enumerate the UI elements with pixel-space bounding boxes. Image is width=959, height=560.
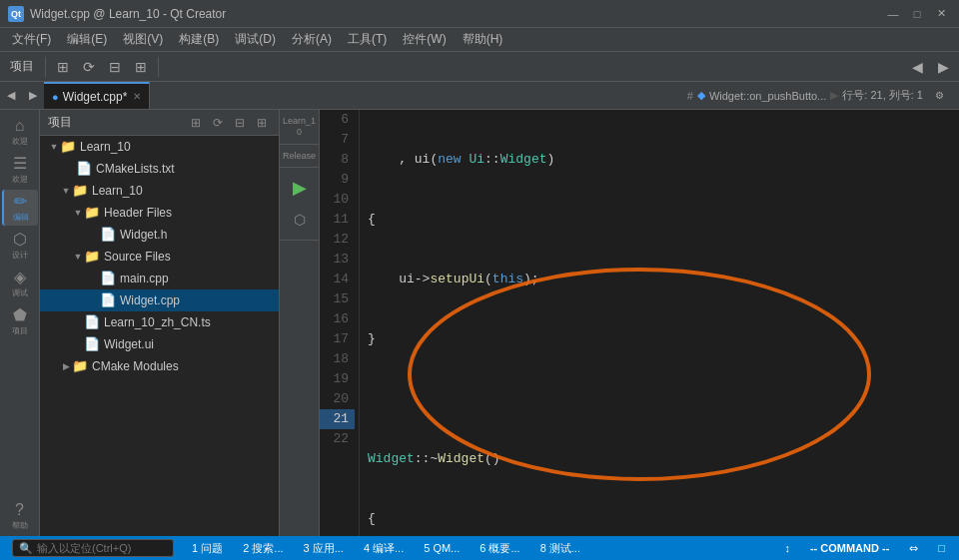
menu-tools[interactable]: 工具(T)	[340, 29, 395, 50]
filetree-collapse-btn[interactable]: ⊟	[231, 114, 249, 132]
tree-arrow-learn10sub: ▼	[60, 186, 72, 196]
filetree-header: 项目 ⊞ ⟳ ⊟ ⊞	[40, 110, 279, 136]
expand-button[interactable]: ⊞	[129, 55, 153, 79]
tree-node-learn10-sub[interactable]: ▼ 📁 Learn_10	[40, 180, 279, 202]
tab-widget-cpp[interactable]: ● Widget.cpp* ✕	[44, 82, 150, 109]
ln-13: 13	[320, 250, 355, 270]
status-arrows[interactable]: ↕	[778, 536, 796, 560]
code-line-8: ui->setupUi(this);	[368, 270, 959, 289]
tree-arrow-learn10: ▼	[48, 142, 60, 152]
tree-node-main-cpp[interactable]: 📄 main.cpp	[40, 268, 279, 289]
folder-icon-learn10: 📁	[60, 139, 76, 155]
sync-button[interactable]: ⟳	[77, 55, 101, 79]
menu-view[interactable]: 视图(V)	[115, 29, 171, 50]
menu-file[interactable]: 文件(F)	[4, 29, 59, 50]
welcome2-label: 欢迎	[12, 174, 28, 185]
close-button[interactable]: ✕	[931, 4, 951, 24]
status-overview[interactable]: 6 概要...	[474, 536, 525, 560]
welcome-icon: ⌂	[15, 118, 25, 134]
sidebar-item-welcome[interactable]: ⌂ 欢迎	[2, 114, 38, 150]
debug-label: 调试	[12, 287, 28, 298]
toolbar: 项目 ⊞ ⟳ ⊟ ⊞ ◀ ▶	[0, 52, 959, 82]
tree-node-widget-ui[interactable]: 📄 Widget.ui	[40, 333, 279, 355]
ln-15: 15	[320, 289, 355, 309]
sidebar-item-edit[interactable]: ✏ 编辑	[2, 190, 38, 226]
filetree-add-btn[interactable]: ⊞	[253, 114, 271, 132]
code-line-6: , ui(new Ui::Widget)	[368, 150, 959, 170]
panel-project-section: Learn_10	[280, 110, 319, 145]
menu-build[interactable]: 构建(B)	[171, 29, 227, 50]
sidebar-item-welcome2[interactable]: ☰ 欢迎	[2, 152, 38, 188]
tree-label-learn10sub: Learn_10	[92, 184, 279, 198]
tab-nav-right[interactable]: ▶	[22, 82, 44, 109]
status-qm[interactable]: 5 QM...	[418, 536, 466, 560]
status-test[interactable]: 8 测试...	[534, 536, 586, 560]
file-icon-maincpp: 📄	[100, 271, 116, 286]
svg-point-0	[410, 270, 869, 479]
menu-analyze[interactable]: 分析(A)	[284, 29, 340, 50]
debug-run-button[interactable]: ⬡	[286, 206, 314, 234]
status-search-box[interactable]: 🔍	[12, 539, 174, 557]
tree-label-cmake-modules: CMake Modules	[92, 359, 279, 373]
tree-node-widget-cpp[interactable]: 📄 Widget.cpp	[40, 289, 279, 311]
ln-17: 17	[320, 329, 355, 349]
help-icon: ?	[15, 502, 24, 518]
filetree-title: 项目	[48, 114, 183, 131]
sidebar-item-project[interactable]: ⬟ 项目	[2, 303, 38, 339]
toolbar-separator-1	[45, 57, 46, 77]
run-button[interactable]: ▶	[286, 174, 314, 202]
tree-node-learn10-root[interactable]: ▼ 📁 Learn_10	[40, 136, 279, 158]
ln-12: 12	[320, 230, 355, 250]
tree-node-source-files[interactable]: ▼ 📁 Source Files	[40, 246, 279, 268]
tabbar: ◀ ▶ ● Widget.cpp* ✕ # ◆ Widget::on_pushB…	[0, 82, 959, 110]
file-icon-ts: 📄	[84, 314, 100, 330]
status-issues[interactable]: 1 问题	[186, 536, 229, 560]
code-area[interactable]: , ui(new Ui::Widget) { ui->setupUi(this)…	[360, 110, 959, 536]
breadcrumb-settings[interactable]: ⚙	[927, 84, 951, 108]
menu-debug[interactable]: 调试(D)	[227, 29, 284, 50]
tab-close-widget-cpp[interactable]: ✕	[133, 91, 141, 102]
tree-label-widget-cpp: Widget.cpp	[120, 293, 279, 307]
tree-node-learn10-ts[interactable]: 📄 Learn_10_zh_CN.ts	[40, 311, 279, 333]
sidebar-item-debug[interactable]: ◈ 调试	[2, 266, 38, 301]
ln-22: 22	[320, 429, 355, 449]
code-line-11: Widget::~Widget()	[368, 449, 959, 469]
file-icon-ui: 📄	[84, 336, 100, 352]
tree-label-cmakelists: CMakeLists.txt	[96, 162, 279, 176]
menu-widgets[interactable]: 控件(W)	[395, 29, 454, 50]
forward-button[interactable]: ▶	[931, 55, 955, 79]
menu-edit[interactable]: 编辑(E)	[59, 29, 115, 50]
edit-icon: ✏	[14, 194, 27, 210]
maximize-button[interactable]: □	[907, 4, 927, 24]
code-editor[interactable]: 6 7 8 9 10 11 12 13 14 15 16 17 18 19 20…	[320, 110, 959, 536]
filter-button[interactable]: ⊞	[51, 55, 75, 79]
tree-node-header-files[interactable]: ▼ 📁 Header Files	[40, 202, 279, 224]
sidebar-item-design[interactable]: ⬡ 设计	[2, 228, 38, 264]
cmake-icon: 📄	[76, 161, 92, 177]
status-search[interactable]: 2 搜索...	[237, 536, 289, 560]
status-compile[interactable]: 4 编译...	[358, 536, 410, 560]
status-search-input[interactable]	[37, 542, 167, 554]
tree-node-cmakelists[interactable]: 📄 CMakeLists.txt	[40, 158, 279, 180]
filetree-sync-btn[interactable]: ⟳	[209, 114, 227, 132]
back-button[interactable]: ◀	[905, 55, 929, 79]
debug-icon: ◈	[14, 270, 26, 285]
tab-nav-left[interactable]: ◀	[0, 82, 22, 109]
edit-label: 编辑	[13, 212, 29, 223]
breadcrumb-position: 行号: 21, 列号: 1	[842, 88, 923, 103]
tree-arrow-cmakemod: ▶	[60, 361, 72, 371]
status-window[interactable]: □	[932, 536, 951, 560]
tree-node-cmake-modules[interactable]: ▶ 📁 CMake Modules	[40, 355, 279, 377]
sidebar-item-help[interactable]: ? 帮助	[2, 498, 38, 534]
tree-node-widget-h[interactable]: 📄 Widget.h	[40, 224, 279, 246]
collapse-button[interactable]: ⊟	[103, 55, 127, 79]
status-app[interactable]: 3 应用...	[298, 536, 350, 560]
minimize-button[interactable]: —	[883, 4, 903, 24]
file-tree: 项目 ⊞ ⟳ ⊟ ⊞ ▼ 📁 Learn_10 📄 CMakeLists.txt…	[40, 110, 280, 536]
folder-icon-learn10sub: 📁	[72, 183, 88, 199]
filetree-filter-btn[interactable]: ⊞	[187, 114, 205, 132]
statusbar: 🔍 1 问题 2 搜索... 3 应用... 4 编译... 5 QM... 6…	[0, 536, 959, 560]
status-sync[interactable]: ⇔	[903, 536, 924, 560]
menu-help[interactable]: 帮助(H)	[455, 29, 511, 50]
menubar: 文件(F) 编辑(E) 视图(V) 构建(B) 调试(D) 分析(A) 工具(T…	[0, 28, 959, 52]
